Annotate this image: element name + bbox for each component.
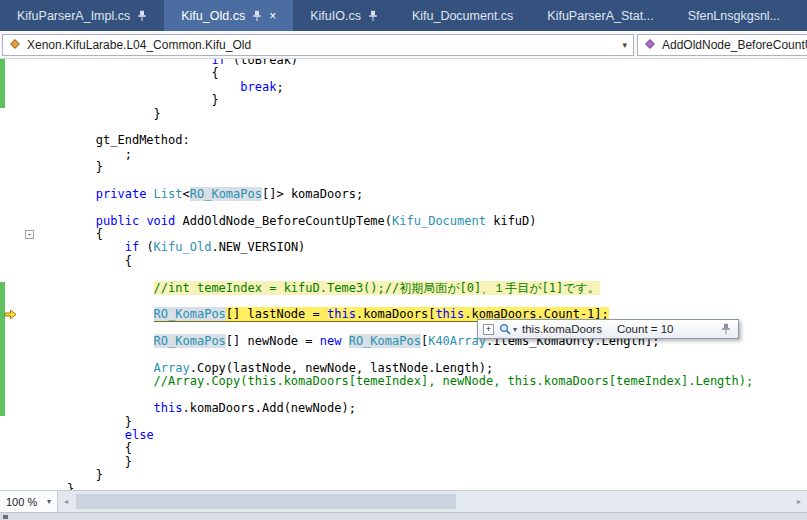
scroll-right-icon[interactable]: ▸: [791, 497, 807, 506]
code-text-segment: }: [96, 468, 103, 482]
code-text-segment: }: [154, 107, 161, 121]
code-line[interactable]: break;: [0, 81, 807, 94]
zoom-select[interactable]: 100 % ▾: [0, 491, 58, 512]
code-text: gt_EndMethod:: [38, 134, 807, 147]
code-text: if (Kifu_Old.NEW_VERSION): [38, 241, 807, 254]
code-text: this.komaDoors.Add(newNode);: [38, 402, 807, 415]
chevron-down-icon[interactable]: ▾: [622, 40, 627, 50]
code-text: }: [38, 483, 807, 491]
code-line[interactable]: [0, 201, 807, 214]
tab-kifu-document-cs[interactable]: Kifu_Document.cs: [395, 0, 530, 31]
code-line[interactable]: [0, 295, 807, 308]
class-icon: [9, 38, 21, 53]
code-text: {: [38, 228, 807, 241]
scroll-left-icon[interactable]: ◂: [58, 497, 74, 506]
code-text-segment: }: [96, 160, 103, 174]
scrollbar-thumb[interactable]: [76, 494, 456, 509]
change-bar: [0, 67, 5, 80]
code-line[interactable]: ;: [0, 148, 807, 161]
pin-icon[interactable]: [137, 10, 147, 22]
current-statement-arrow-icon[interactable]: [4, 308, 18, 321]
tab-label: Kifu_Document.cs: [412, 9, 513, 23]
code-text: {: [38, 442, 807, 455]
code-line[interactable]: {: [0, 442, 807, 455]
code-line[interactable]: //Array.Copy(this.komaDoors[temeIndex], …: [0, 375, 807, 388]
code-line[interactable]: }: [0, 94, 807, 107]
expand-icon[interactable]: +: [483, 324, 494, 335]
change-bar: [0, 81, 5, 94]
datatip-value: Count = 10: [617, 323, 674, 335]
code-line[interactable]: //int temeIndex = kifuD.Teme3();//初期局面が[…: [0, 282, 807, 295]
code-text: }: [38, 416, 807, 429]
code-line[interactable]: }: [0, 469, 807, 482]
code-text-segment: {: [125, 254, 132, 268]
code-line[interactable]: {: [0, 255, 807, 268]
code-line[interactable]: [0, 121, 807, 134]
tab-kifuparsera-stat[interactable]: KifuParserA_Stat...: [530, 0, 670, 31]
code-text: Array.Copy(lastNode, newNode, lastNode.L…: [38, 362, 807, 375]
datatip-expression[interactable]: this.komaDoors: [522, 323, 602, 335]
tab-kifu-old-cs[interactable]: Kifu_Old.cs×: [164, 0, 293, 31]
magnifier-icon[interactable]: [499, 323, 511, 335]
code-line[interactable]: if (Kifu_Old.NEW_VERSION): [0, 241, 807, 254]
member-name-label: AddOldNode_BeforeCountU...: [662, 38, 807, 52]
tab-sfenlnsgkgsnl[interactable]: SfenLnsgkgsnl...: [671, 0, 797, 31]
change-bar: [0, 94, 5, 107]
code-text: }: [38, 456, 807, 469]
member-dropdown[interactable]: AddOldNode_BeforeCountU...: [637, 34, 807, 56]
code-text-segment: gt_EndMethod:: [96, 133, 190, 147]
code-line[interactable]: }: [0, 456, 807, 469]
pin-icon[interactable]: [368, 10, 378, 22]
code-text-segment: //int temeIndex = kifuD.Teme3();//初期局面が[…: [154, 281, 600, 295]
code-text-segment: ;: [125, 147, 132, 161]
code-text: }: [38, 94, 807, 107]
chevron-down-icon[interactable]: ▾: [513, 325, 517, 334]
code-text: {: [38, 255, 807, 268]
code-line[interactable]: else: [0, 429, 807, 442]
code-line[interactable]: [0, 268, 807, 281]
code-line[interactable]: }: [0, 483, 807, 491]
code-line[interactable]: gt_EndMethod:: [0, 134, 807, 147]
code-editor[interactable]: if (toBreak) { break; } } gt_EndMethod: …: [0, 59, 807, 490]
horizontal-scrollbar[interactable]: ◂ ▸: [58, 491, 807, 512]
code-text-segment: }: [67, 482, 74, 491]
code-line[interactable]: [0, 175, 807, 188]
chevron-down-icon: ▾: [47, 497, 51, 506]
code-text: }: [38, 469, 807, 482]
code-text-segment: break;: [240, 80, 283, 94]
change-bar: [0, 322, 5, 335]
code-line[interactable]: [0, 389, 807, 402]
code-lines: if (toBreak) { break; } } gt_EndMethod: …: [0, 59, 807, 490]
code-line[interactable]: private List<RO_KomaPos[]> komaDoors;: [0, 188, 807, 201]
code-text: private List<RO_KomaPos[]> komaDoors;: [38, 188, 807, 201]
tab-kifuparsera-impl-cs[interactable]: KifuParserA_Impl.cs: [0, 0, 164, 31]
code-text: break;: [38, 81, 807, 94]
tab-label: Kifu_Old.cs: [181, 9, 245, 23]
code-text-segment: public void AddOldNode_BeforeCountUpTeme…: [96, 214, 537, 228]
type-dropdown[interactable]: Xenon.KifuLarabe.L04_Common.Kifu_Old ▾: [2, 34, 634, 56]
code-line[interactable]: }: [0, 161, 807, 174]
tab-kifuio-cs[interactable]: KifuIO.cs: [293, 0, 395, 31]
collapse-region-icon[interactable]: -: [25, 230, 34, 239]
code-text: public void AddOldNode_BeforeCountUpTeme…: [38, 215, 807, 228]
code-line[interactable]: Array.Copy(lastNode, newNode, lastNode.L…: [0, 362, 807, 375]
bottom-strip: [0, 512, 807, 520]
code-line[interactable]: public void AddOldNode_BeforeCountUpTeme…: [0, 215, 807, 228]
code-line[interactable]: [0, 349, 807, 362]
code-line[interactable]: {: [0, 67, 807, 80]
tab-label: KifuParserA_Stat...: [547, 9, 653, 23]
code-line[interactable]: }: [0, 416, 807, 429]
tab-label: SfenLnsgkgsnl...: [688, 9, 780, 23]
pin-icon[interactable]: [721, 323, 731, 335]
change-bar: [0, 402, 5, 415]
code-line[interactable]: }: [0, 108, 807, 121]
code-text-segment: if (Kifu_Old.NEW_VERSION): [125, 240, 306, 254]
pin-icon[interactable]: [252, 10, 262, 22]
code-text: }: [38, 108, 807, 121]
code-text: ;: [38, 148, 807, 161]
code-line[interactable]: - {: [0, 228, 807, 241]
close-icon[interactable]: ×: [269, 10, 276, 22]
code-text-segment: if (toBreak): [211, 59, 298, 67]
code-text-segment: {: [96, 227, 103, 241]
code-line[interactable]: this.komaDoors.Add(newNode);: [0, 402, 807, 415]
